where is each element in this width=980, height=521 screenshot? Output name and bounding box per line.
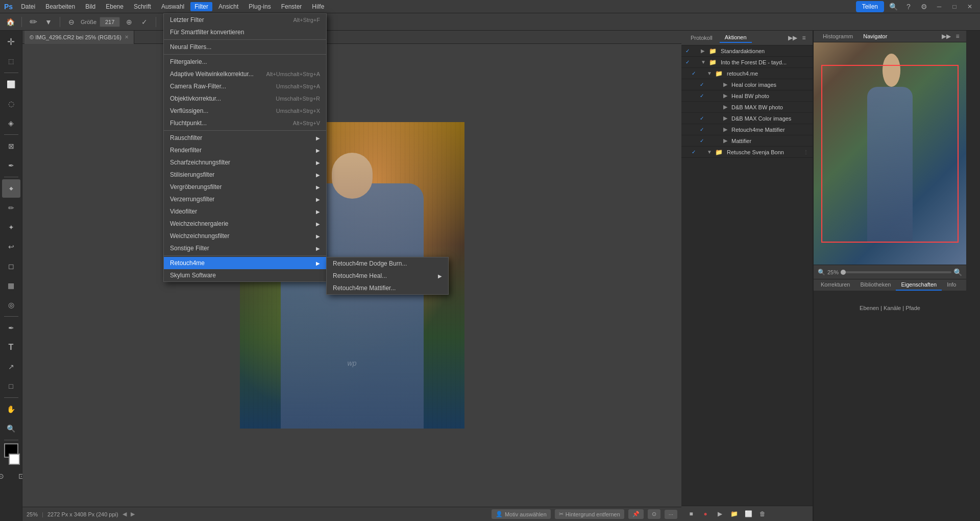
expand-icon[interactable]: ▼	[707, 70, 713, 76]
filter-item-rauschfilter[interactable]: Rauschfilter ▶	[164, 132, 326, 144]
zoom-slider[interactable]	[841, 271, 951, 273]
lasso-tool[interactable]: ◌	[2, 94, 20, 113]
menu-ansicht[interactable]: Ansicht	[214, 2, 242, 11]
quick-mask-icon[interactable]: ⊙	[0, 467, 10, 485]
tab-histogramm[interactable]: Histogramm	[818, 31, 858, 42]
document-tab[interactable]: © IMG_4296.CR2 bei 25% (RGB/16) ✕	[24, 31, 134, 44]
submenu-mattifier[interactable]: Retouch4me Mattifier...	[327, 282, 448, 294]
action-row-heal-color[interactable]: ✓ ▶ Heal color images	[681, 79, 813, 90]
filter-item-weichzeichnergalerie[interactable]: Weichzeichnergalerie ▶	[164, 218, 326, 230]
subject-select-button[interactable]: 👤 Motiv auswählen	[492, 509, 551, 519]
filter-item-weichzeichnungsfilter[interactable]: Weichzeichnungsfilter ▶	[164, 230, 326, 242]
move-tool[interactable]: ✛	[2, 33, 20, 51]
gradient-tool[interactable]: ▦	[2, 276, 20, 295]
minimize-icon[interactable]: ─	[933, 1, 945, 13]
shape-tool[interactable]: □	[2, 377, 20, 395]
object-select-tool[interactable]: ◈	[2, 114, 20, 132]
maximize-icon[interactable]: □	[948, 1, 961, 13]
action-row-mattifier[interactable]: ✓ ▶ Retouch4me Mattifier	[681, 124, 813, 135]
bg-remove-button[interactable]: ✂ Hintergrund entfernen	[555, 509, 624, 519]
tab-bibliotheken[interactable]: Bibliotheken	[855, 279, 896, 291]
tab-close-icon[interactable]: ✕	[125, 34, 129, 40]
new-set-button[interactable]: 📁	[728, 508, 740, 519]
delete-button[interactable]: 🗑	[757, 508, 768, 519]
crop-tool[interactable]: ⊠	[2, 137, 20, 155]
filter-item-smartfilter[interactable]: Für Smartfilter konvertieren	[164, 26, 326, 38]
marquee-tool[interactable]: ⬜	[2, 75, 20, 93]
menu-auswahl[interactable]: Auswahl	[157, 2, 188, 11]
size-input[interactable]	[100, 17, 120, 27]
filter-item-verzerrung[interactable]: Verzerrungsfilter ▶	[164, 193, 326, 205]
filter-item-letzter[interactable]: Letzter Filter Alt+Strg+F	[164, 14, 326, 26]
filter-item-sonstige[interactable]: Sonstige Filter ▶	[164, 242, 326, 254]
close-icon[interactable]: ✕	[964, 1, 976, 13]
brush-size-decrease[interactable]: ⊖	[65, 16, 78, 28]
nav-zoom-in-icon[interactable]: 🔍	[953, 268, 962, 276]
panel-menu-icon[interactable]: ≡	[799, 33, 808, 42]
help-icon[interactable]: ?	[902, 1, 915, 13]
expand-icon[interactable]: ▶	[701, 48, 707, 54]
blur-tool[interactable]: ◎	[2, 296, 20, 314]
brush-size-increase[interactable]: ⊕	[123, 16, 135, 28]
submenu-dodge-burn[interactable]: Retouch4me Dodge Burn...	[327, 257, 448, 270]
more-button[interactable]: ···	[665, 510, 677, 519]
tab-protokoll[interactable]: Protokoll	[685, 33, 718, 42]
filter-item-fluchtpunkt[interactable]: Fluchtpunkt... Alt+Strg+V	[164, 117, 326, 129]
background-color[interactable]	[9, 454, 20, 465]
filter-item-camera-raw[interactable]: Camera Raw-Filter... Umschalt+Strg+A	[164, 80, 326, 92]
menu-filter[interactable]: Filter	[190, 2, 212, 11]
menu-bild[interactable]: Bild	[81, 2, 100, 11]
filter-item-neural[interactable]: Neural Filters...	[164, 41, 326, 53]
menu-plugins[interactable]: Plug-ins	[244, 2, 275, 11]
zoom-tool[interactable]: 🔍	[2, 419, 20, 438]
tab-korrekturen[interactable]: Korrekturen	[816, 279, 855, 291]
share-button[interactable]: Teilen	[856, 1, 884, 12]
tab-navigator[interactable]: Navigator	[858, 31, 892, 42]
clone-tool[interactable]: ✦	[2, 218, 20, 236]
filter-item-video[interactable]: Videofilter ▶	[164, 205, 326, 218]
arrow-right[interactable]: ▶	[131, 511, 135, 517]
filter-item-adaptive[interactable]: Adaptive Weitwinkelkorrektur... Alt+Umsc…	[164, 68, 326, 80]
eyedropper-tool[interactable]: ✒	[2, 156, 20, 175]
menu-hilfe[interactable]: Hilfe	[308, 2, 328, 11]
home-icon[interactable]: 🏠	[4, 16, 16, 28]
stop-button[interactable]: ■	[685, 508, 697, 519]
check-icon[interactable]: ✓	[138, 16, 151, 28]
arrow-left[interactable]: ◀	[122, 511, 127, 517]
action-row-heal-bw[interactable]: ✓ ▶ Heal BW photo	[681, 90, 813, 102]
filter-item-retouch4me[interactable]: Retouch4me ▶ Retouch4me Dodge Burn... Re…	[164, 257, 326, 269]
tab-aktionen[interactable]: Aktionen	[720, 33, 752, 43]
action-row-db-bw[interactable]: ▶ D&B MAX BW photo	[681, 102, 813, 113]
pin-button[interactable]: 📌	[628, 509, 644, 519]
menu-bearbeiten[interactable]: Bearbeiten	[41, 2, 79, 11]
hand-tool[interactable]: ✋	[2, 400, 20, 418]
expand-icon[interactable]: ▼	[707, 149, 713, 155]
filter-item-filtergalerie[interactable]: Filtergalerie...	[164, 56, 326, 68]
menu-ebene[interactable]: Ebene	[102, 2, 128, 11]
navigator-preview[interactable]	[814, 42, 966, 265]
artboard-tool[interactable]: ⬚	[2, 52, 20, 70]
filter-item-skylum[interactable]: Skylum Software	[164, 269, 326, 281]
record-button[interactable]: ●	[700, 508, 711, 519]
brush-tool[interactable]: ✏	[2, 199, 20, 217]
search-icon[interactable]: 🔍	[887, 1, 899, 13]
pen-tool[interactable]: ✒	[2, 319, 20, 337]
new-action-button[interactable]: ⬜	[743, 508, 754, 519]
filter-item-vergroberung[interactable]: Vergröberungsfilter ▶	[164, 181, 326, 193]
settings-icon[interactable]: ⚙	[918, 1, 930, 13]
menu-datei[interactable]: Datei	[17, 2, 39, 11]
brush-tool-icon[interactable]: ✏	[27, 16, 39, 28]
target-button[interactable]: ⊙	[648, 509, 660, 519]
action-row-retouch4me[interactable]: ✓ ▼ 📁 retouch4.me	[681, 68, 813, 79]
eraser-tool[interactable]: ◻	[2, 257, 20, 275]
play-button[interactable]: ▶	[714, 508, 725, 519]
action-row-forest[interactable]: ✓ ▼ 📁 Into the Forest DE - tayd...	[681, 57, 813, 68]
nav-menu-icon[interactable]: ≡	[953, 32, 962, 41]
preset-picker-icon[interactable]: ▼	[42, 16, 55, 28]
nav-zoom-out-icon[interactable]: 🔍	[818, 269, 825, 276]
history-brush-tool[interactable]: ↩	[2, 238, 20, 256]
filter-item-renderfilter[interactable]: Renderfilter ▶	[164, 144, 326, 156]
action-row-mattifier2[interactable]: ✓ ▶ Mattifier	[681, 135, 813, 147]
tab-eigenschaften[interactable]: Eigenschaften	[896, 279, 942, 291]
filter-item-verfluessigen[interactable]: Verflüssigen... Umschalt+Strg+X	[164, 105, 326, 117]
